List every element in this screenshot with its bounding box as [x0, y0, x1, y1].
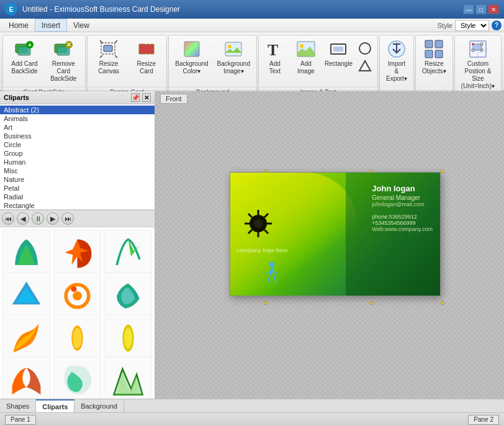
svg-text:T: T [268, 41, 278, 59]
card-position: General Manager [372, 194, 433, 201]
sel-handle-bl[interactable] [264, 301, 268, 305]
sidebar-close-btn[interactable]: ✕ [142, 93, 151, 102]
import-export-button[interactable]: Import &Export▾ [384, 38, 410, 84]
add-image-button[interactable]: Add Image [291, 38, 321, 76]
sidebar-pin-btn[interactable]: 📌 [131, 93, 140, 102]
svg-point-21 [359, 43, 371, 54]
svg-point-32 [480, 43, 483, 45]
svg-point-55 [254, 219, 263, 228]
resize-canvas-button[interactable]: Resize Canvas [91, 38, 127, 76]
ribbon-group-import-export: Import &Export▾ [379, 35, 414, 97]
tab-shapes[interactable]: Shapes [0, 399, 36, 412]
nav-first-btn[interactable]: ⏮ [2, 212, 14, 225]
add-image-label: Add Image [294, 60, 318, 75]
clipart-item-9[interactable] [104, 314, 152, 363]
custom-position-button[interactable]: Custom Postion &Size (Unit=Inch)▾ [459, 38, 497, 91]
category-circle[interactable]: Circle [0, 140, 155, 149]
menubar: Home Insert View Style Style ? [0, 19, 504, 32]
svg-point-39 [71, 286, 76, 292]
category-business[interactable]: Business [0, 132, 155, 140]
window-controls[interactable]: — □ ✕ [463, 4, 499, 14]
resize-card-label: Resize Card [133, 60, 161, 75]
close-btn[interactable]: ✕ [488, 4, 499, 14]
svg-point-31 [472, 43, 474, 45]
resize-objects-icon [424, 39, 444, 59]
resize-card-icon [137, 39, 156, 59]
category-animals[interactable]: Animals [0, 114, 155, 123]
nav-last-btn[interactable]: ⏭ [61, 212, 74, 225]
clipart-item-4[interactable] [2, 272, 51, 320]
ribbon-group-image-text: T Add Text Add Image [258, 35, 378, 97]
clipart-item-2[interactable] [53, 230, 102, 278]
category-art[interactable]: Art [0, 123, 155, 132]
category-abstract[interactable]: Abstract (2) [0, 106, 155, 114]
clipart-item-3[interactable] [104, 230, 152, 278]
add-card-backside-button[interactable]: + Add Card BackSide [7, 38, 42, 76]
bg-color-button[interactable]: BackgroundColor▾ [173, 38, 210, 76]
pane1-btn[interactable]: Pane 1 [5, 415, 36, 425]
sel-handle-tr[interactable] [441, 170, 444, 173]
clipart-item-12[interactable] [104, 356, 152, 399]
nav-prev-btn[interactable]: ◀ [17, 212, 29, 225]
clipart-item-5[interactable] [53, 272, 102, 320]
category-radial[interactable]: Radial [0, 193, 155, 201]
add-text-label: Add Text [265, 60, 285, 75]
menu-view[interactable]: View [67, 19, 96, 32]
menu-home[interactable]: Home [2, 19, 35, 32]
clipart-item-11[interactable] [53, 356, 102, 399]
text-icon: T [265, 39, 285, 59]
clipart-item-1[interactable] [2, 230, 51, 278]
card-phone: phone:536529912 [372, 214, 433, 220]
category-group[interactable]: Group [0, 149, 155, 158]
sel-handle-bm[interactable] [369, 301, 373, 305]
nav-next-btn[interactable]: ▶ [47, 212, 59, 225]
clipart-item-7[interactable] [2, 314, 51, 363]
remove-card-backside-icon: × [53, 39, 73, 59]
category-rectangle[interactable]: Rectangle [0, 201, 155, 210]
menu-insert[interactable]: Insert [35, 19, 67, 32]
style-dropdown[interactable]: Style [455, 20, 489, 31]
svg-rect-13 [184, 42, 199, 57]
ribbon-group-resize-objects: ResizeObjects▾ [415, 35, 453, 97]
business-card[interactable]: company logo here John logan General Man… [230, 172, 441, 296]
svg-line-52 [264, 214, 268, 217]
bg-image-button[interactable]: BackgroundImage▾ [215, 38, 253, 76]
sel-handle-br[interactable] [441, 301, 444, 305]
titlebar: E Untitled - EximiousSoft Business Card … [0, 0, 504, 19]
maximize-btn[interactable]: □ [475, 4, 487, 14]
category-human[interactable]: Human [0, 158, 155, 166]
tab-cliparts[interactable]: Cliparts [36, 399, 74, 412]
card-fax: +5345354566999 [372, 220, 433, 226]
svg-rect-14 [225, 42, 241, 56]
help-button[interactable]: ? [492, 20, 502, 30]
category-petal[interactable]: Petal [0, 184, 155, 193]
bg-color-label: BackgroundColor▾ [175, 60, 208, 75]
pane2-btn[interactable]: Pane 2 [468, 415, 499, 425]
sidebar-controls[interactable]: 📌 ✕ [131, 93, 151, 102]
tab-background[interactable]: Background [74, 399, 124, 412]
clipart-category-list: Abstract (2) Animals Art Business Circle… [0, 104, 155, 210]
clipart-item-10[interactable] [2, 356, 51, 399]
card-name: John logan [372, 184, 433, 193]
minimize-btn[interactable]: — [463, 4, 474, 14]
shape-triangle-button[interactable] [356, 58, 374, 74]
clipart-item-6[interactable] [104, 272, 152, 320]
triangle-icon [358, 58, 372, 73]
shape-circle-button[interactable] [356, 40, 374, 57]
svg-rect-30 [473, 44, 482, 50]
category-nature[interactable]: Nature [0, 175, 155, 184]
canvas-area[interactable]: Front [155, 91, 504, 399]
svg-text:+: + [29, 42, 32, 48]
svg-point-33 [472, 49, 474, 52]
clipart-item-8[interactable] [53, 314, 102, 363]
nav-play-btn[interactable]: ⏸ [32, 212, 44, 225]
add-text-button[interactable]: T Add Text [263, 38, 287, 76]
rectangle-button[interactable]: Rectangle [325, 38, 353, 69]
resize-card-button[interactable]: Resize Card [130, 38, 163, 76]
remove-card-backside-button[interactable]: × Remove Card BackSide [46, 38, 81, 84]
resize-objects-button[interactable]: ResizeObjects▾ [420, 38, 449, 76]
category-misc[interactable]: Misc [0, 166, 155, 175]
custom-position-label: Custom Postion &Size (Unit=Inch)▾ [461, 60, 495, 90]
ribbon: + Add Card BackSide × Remove Ca [0, 32, 504, 91]
svg-line-53 [248, 230, 252, 233]
